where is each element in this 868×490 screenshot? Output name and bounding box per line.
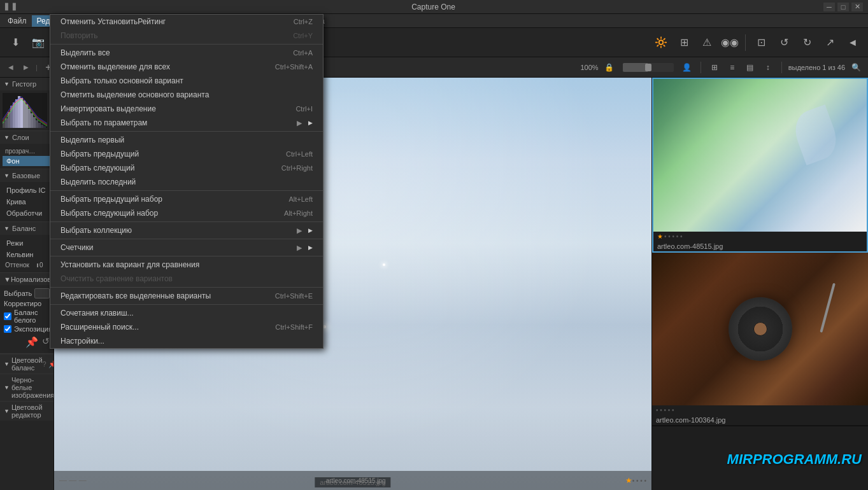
dd-invert-text: Инвертировать выделение <box>60 104 283 113</box>
dd-edit-all[interactable]: Редактировать все выделенные варианты Ct… <box>50 289 323 303</box>
dd-edit-all-shortcut: Ctrl+Shift+E <box>275 292 313 300</box>
dd-sep-3 <box>50 190 323 191</box>
dd-counters-shortcut: ▶ <box>297 244 302 252</box>
dd-select-prev[interactable]: Выбрать предыдущий Ctrl+Left <box>50 147 323 161</box>
dd-sep-8 <box>50 304 323 305</box>
dd-next-set-text: Выбрать следующий набор <box>60 209 271 218</box>
dd-deselect-all-shortcut: Ctrl+Shift+A <box>275 63 313 71</box>
dd-select-all[interactable]: Выделить все Ctrl+A <box>50 46 323 60</box>
dd-select-primary-text: Выбрать только основной вариант <box>60 76 300 85</box>
dd-select-by-param-shortcut: ▶ <box>297 119 302 127</box>
dd-select-collection[interactable]: Выбрать коллекцию ▶ <box>50 223 323 237</box>
dd-select-next[interactable]: Выбрать следующий Ctrl+Right <box>50 161 323 175</box>
dd-undo-text: Отменить УстановитьРейтинг <box>60 17 281 26</box>
dd-select-last[interactable]: Выделить последний <box>50 175 323 189</box>
dd-redo-text: Повторить <box>60 31 280 40</box>
dd-clear-compare: Очистить сравнение вариантов <box>50 272 323 286</box>
dd-prev-set[interactable]: Выбрать предыдущий набор Alt+Left <box>50 192 323 206</box>
dd-select-prev-text: Выбрать предыдущий <box>60 150 273 158</box>
dd-prev-set-text: Выбрать предыдущий набор <box>60 195 276 204</box>
dd-select-first-text: Выделить первый <box>60 136 300 144</box>
dd-next-set-shortcut: Alt+Right <box>284 209 313 217</box>
dd-advanced-search[interactable]: Расширенный поиск... Ctrl+Shift+F <box>50 320 323 334</box>
dd-shortcuts-text: Сочетания клавиш... <box>60 309 300 318</box>
dd-select-next-text: Выбрать следующий <box>60 164 269 172</box>
dd-undo[interactable]: Отменить УстановитьРейтинг Ctrl+Z <box>50 15 323 29</box>
dd-sep-2 <box>50 131 323 132</box>
dd-set-compare-text: Установить как вариант для сравнения <box>60 260 300 269</box>
dd-advanced-search-shortcut: Ctrl+Shift+F <box>275 323 313 331</box>
dd-select-by-param-text: Выбрать по параметрам <box>60 118 284 127</box>
dd-redo: Повторить Ctrl+Y <box>50 29 323 43</box>
dd-undo-shortcut: Ctrl+Z <box>294 18 313 25</box>
dd-mark-selection-text: Отметить выделение основного варианта <box>60 90 300 99</box>
dd-sep-6 <box>50 256 323 256</box>
dd-select-last-text: Выделить последний <box>60 178 300 186</box>
dd-prev-set-shortcut: Alt+Left <box>288 195 313 203</box>
dd-settings[interactable]: Настройки... <box>50 334 323 348</box>
dd-counters[interactable]: Счетчики ▶ <box>50 241 323 255</box>
dd-select-first[interactable]: Выделить первый <box>50 133 323 147</box>
dd-select-next-shortcut: Ctrl+Right <box>281 164 313 172</box>
dd-mark-selection[interactable]: Отметить выделение основного варианта <box>50 88 323 102</box>
dd-sep-4 <box>50 221 323 222</box>
dd-sep-1 <box>50 44 323 45</box>
dd-next-set[interactable]: Выбрать следующий набор Alt+Right <box>50 206 323 220</box>
dd-invert[interactable]: Инвертировать выделение Ctrl+I <box>50 102 323 116</box>
dd-settings-text: Настройки... <box>60 337 300 346</box>
dd-shortcuts[interactable]: Сочетания клавиш... <box>50 306 323 320</box>
dd-select-primary[interactable]: Выбрать только основной вариант <box>50 74 323 88</box>
dd-deselect-all-text: Отменить выделение для всех <box>60 62 262 71</box>
dd-select-collection-shortcut: ▶ <box>297 227 302 235</box>
dd-select-prev-shortcut: Ctrl+Left <box>286 150 313 158</box>
dd-set-compare[interactable]: Установить как вариант для сравнения <box>50 258 323 272</box>
dd-redo-shortcut: Ctrl+Y <box>293 32 313 39</box>
dd-advanced-search-text: Расширенный поиск... <box>60 323 262 332</box>
dd-select-all-shortcut: Ctrl+A <box>293 49 313 57</box>
dd-sep-5 <box>50 239 323 239</box>
dd-deselect-all[interactable]: Отменить выделение для всех Ctrl+Shift+A <box>50 60 323 74</box>
dd-counters-text: Счетчики <box>60 243 284 252</box>
dd-sep-7 <box>50 287 323 288</box>
dd-clear-compare-text: Очистить сравнение вариантов <box>60 274 300 283</box>
dd-invert-shortcut: Ctrl+I <box>295 105 313 113</box>
dd-select-collection-text: Выбрать коллекцию <box>60 226 284 235</box>
dd-select-by-param[interactable]: Выбрать по параметрам ▶ <box>50 116 323 130</box>
dd-edit-all-text: Редактировать все выделенные варианты <box>60 291 262 300</box>
dropdown-menu: Отменить УстановитьРейтинг Ctrl+Z Повтор… <box>50 14 324 349</box>
dd-select-all-text: Выделить все <box>60 48 280 57</box>
